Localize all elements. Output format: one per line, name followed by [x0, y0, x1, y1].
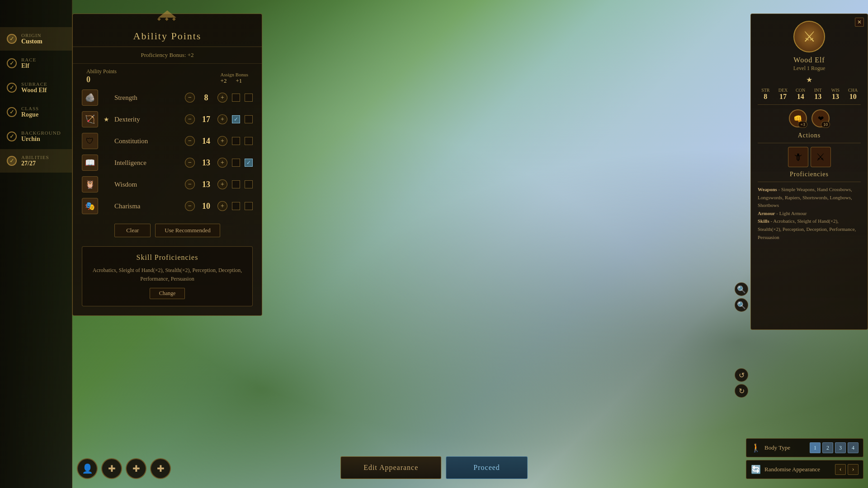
dexterity-check-plus2[interactable]	[232, 115, 240, 123]
constitution-name: Constitution	[114, 137, 180, 145]
sidebar-item-origin[interactable]: ✓ Origin Custom	[0, 27, 72, 51]
wisdom-check-plus1[interactable]	[245, 180, 253, 188]
stat-str: STR 8	[758, 88, 774, 101]
dexterity-check-plus1[interactable]	[245, 115, 253, 123]
constitution-icon: 🛡	[82, 133, 98, 149]
actions-label: Actions	[758, 132, 861, 139]
ability-row-dexterity: 🏹 ★ Dexterity − 17 +	[73, 108, 262, 130]
wisdom-minus[interactable]: −	[185, 179, 195, 189]
clear-button[interactable]: Clear	[114, 224, 151, 237]
actions-divider	[758, 143, 861, 143]
randomise-prev[interactable]: ‹	[835, 464, 846, 475]
constitution-check-plus1[interactable]	[245, 137, 253, 145]
race-label: Race	[21, 57, 36, 62]
body-type-btn-2[interactable]: 2	[822, 442, 833, 453]
plus-icon-btn-2[interactable]: ✚	[126, 458, 146, 479]
left-sidebar: ✓ Origin Custom ✓ Race Elf ✓ Subrace Woo…	[0, 0, 72, 488]
skills-label: Skills	[758, 218, 769, 224]
charisma-check-plus1[interactable]	[245, 202, 253, 210]
ability-row-intelligence: 📖 Intelligence − 13 +	[73, 152, 262, 174]
charisma-check-plus2[interactable]	[232, 202, 240, 210]
randomise-arrows: ‹ ›	[835, 464, 859, 475]
right-panel-close[interactable]: ✕	[855, 18, 864, 27]
constitution-plus[interactable]: +	[217, 136, 227, 146]
zoom-in-btn[interactable]: 🔍	[735, 282, 748, 296]
right-panel: ✕ ⚔ Wood Elf Level 1 Rogue ★ STR 8 DEX 1…	[750, 14, 868, 330]
rotate-left-btn[interactable]: ↺	[735, 368, 748, 382]
proficiency-bonus: Proficiency Bonus: +2	[73, 47, 262, 64]
zoom-out-btn[interactable]: 🔍	[735, 298, 748, 312]
constitution-check-plus2[interactable]	[232, 137, 240, 145]
assign-bonus-header: Assign Bonus	[221, 72, 248, 77]
con-value: 14	[793, 93, 808, 101]
strength-plus[interactable]: +	[217, 93, 227, 103]
sidebar-item-abilities[interactable]: ✓ Abilities 27/27	[0, 149, 72, 173]
charisma-minus[interactable]: −	[185, 201, 195, 211]
sidebar-item-background[interactable]: ✓ Background Urchin	[0, 125, 72, 148]
sidebar-item-class[interactable]: ✓ Class Rogue	[0, 100, 72, 124]
plus-icon-btn-3[interactable]: ✚	[150, 458, 171, 479]
ability-row-wisdom: 🦉 Wisdom − 13 +	[73, 174, 262, 195]
subrace-check: ✓	[7, 83, 17, 93]
strength-check-plus1[interactable]	[245, 94, 253, 102]
ability-points-label: Ability Points	[86, 68, 117, 75]
panel-buttons: Clear Use Recommended	[73, 217, 262, 239]
sidebar-item-subrace[interactable]: ✓ Subrace Wood Elf	[0, 76, 72, 99]
subrace-value: Wood Elf	[21, 87, 47, 94]
strength-icon: 🪨	[82, 89, 98, 106]
origin-value: Custom	[21, 38, 42, 45]
stat-wis: WIS 13	[828, 88, 844, 101]
wisdom-plus[interactable]: +	[217, 179, 227, 189]
proceed-button[interactable]: Proceed	[446, 456, 528, 479]
body-type-btn-1[interactable]: 1	[810, 442, 821, 453]
rotate-right-btn[interactable]: ↻	[735, 384, 748, 398]
intelligence-plus[interactable]: +	[217, 158, 227, 168]
dexterity-minus[interactable]: −	[185, 114, 195, 124]
dexterity-plus[interactable]: +	[217, 114, 227, 124]
action-icon-fist[interactable]: 👊 +3	[789, 109, 807, 127]
intelligence-check-plus2[interactable]	[232, 159, 240, 167]
action-icon-heart[interactable]: ❤ 10	[811, 109, 830, 127]
change-skills-button[interactable]: Change	[150, 288, 185, 299]
int-value: 13	[810, 93, 826, 101]
body-type-btn-4[interactable]: 4	[848, 442, 859, 453]
prof-divider	[758, 182, 861, 182]
class-value: Rogue	[21, 111, 39, 118]
panel-title: Ability Points	[73, 21, 262, 47]
panel-decoration: ◆ ◆ ◆	[73, 14, 262, 21]
body-type-buttons: 1 2 3 4	[810, 442, 859, 453]
randomise-next[interactable]: ›	[848, 464, 859, 475]
stats-grid: STR 8 DEX 17 CON 14 INT 13 WIS 13 CHA 10	[758, 88, 861, 101]
strength-minus[interactable]: −	[185, 93, 195, 103]
dexterity-name: Dexterity	[114, 116, 180, 123]
character-icon-btn[interactable]: 👤	[77, 458, 98, 479]
plus-icon-btn-1[interactable]: ✚	[101, 458, 122, 479]
use-recommended-button[interactable]: Use Recommended	[155, 224, 220, 237]
strength-check-plus2[interactable]	[232, 94, 240, 102]
ability-panel: ◆ ◆ ◆ Ability Points Proficiency Bonus: …	[72, 14, 262, 316]
ability-row-charisma: 🎭 Charisma − 10 +	[73, 195, 262, 217]
stat-con: CON 14	[793, 88, 808, 101]
wisdom-check-plus2[interactable]	[232, 180, 240, 188]
proficiencies-label: Proficiencies	[758, 171, 861, 178]
edit-appearance-button[interactable]: Edit Appearance	[340, 456, 441, 479]
intelligence-icon: 📖	[82, 155, 98, 171]
charisma-plus[interactable]: +	[217, 201, 227, 211]
dex-value: 17	[775, 93, 791, 101]
weapons-label: Weapons	[758, 187, 777, 192]
cha-value: 10	[845, 93, 861, 101]
body-type-btn-3[interactable]: 3	[835, 442, 846, 453]
constitution-value: 14	[199, 136, 213, 146]
stats-star: ★	[758, 75, 861, 84]
intelligence-check-plus1[interactable]	[245, 159, 253, 167]
abilities-label: Abilities	[21, 155, 49, 160]
zoom-controls: 🔍 🔍 ↺ ↻	[735, 373, 748, 434]
background-label: Background	[21, 130, 61, 136]
wis-value: 13	[828, 93, 844, 101]
constitution-minus[interactable]: −	[185, 136, 195, 146]
sidebar-item-race[interactable]: ✓ Race Elf	[0, 52, 72, 75]
character-emblem: ⚔	[758, 21, 861, 52]
str-value: 8	[758, 93, 774, 101]
intelligence-minus[interactable]: −	[185, 158, 195, 168]
intelligence-value: 13	[199, 158, 213, 168]
